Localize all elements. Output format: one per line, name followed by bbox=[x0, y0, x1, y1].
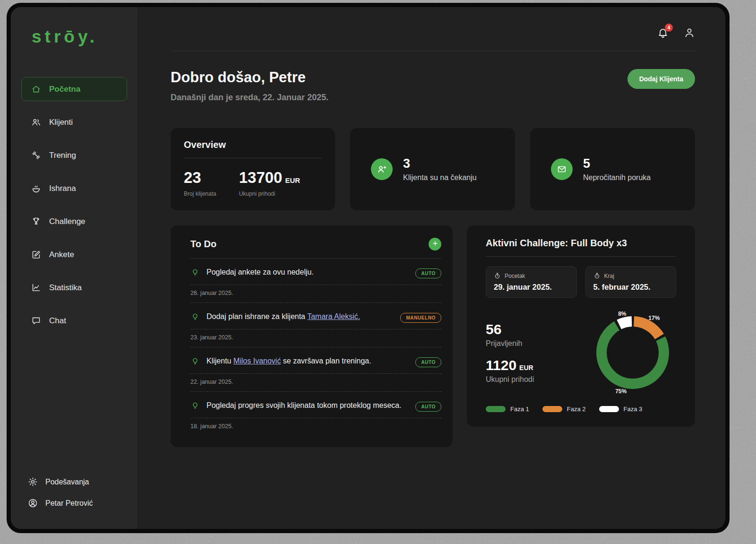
header-divider bbox=[171, 51, 695, 51]
profile-name: Petar Petrović bbox=[45, 499, 93, 508]
users-icon bbox=[31, 117, 41, 127]
todo-date: 23. januar 2025. bbox=[190, 329, 441, 347]
overview-title: Overview bbox=[184, 139, 322, 150]
sidebar: strōy. Početna Klijenti Trening bbox=[11, 7, 137, 529]
start-date: 29. januar 2025. bbox=[494, 283, 569, 292]
trophy-icon bbox=[31, 216, 41, 226]
challenge-donut: 17%75%8% bbox=[591, 311, 674, 394]
envelope-icon bbox=[551, 158, 573, 180]
sidebar-item-label: Trening bbox=[49, 151, 76, 160]
food-bowl-icon bbox=[31, 183, 41, 193]
todo-text: Pogledaj progres svojih klijenata tokom … bbox=[206, 400, 409, 411]
enrolled-stat: 56 Prijavljenih bbox=[486, 321, 591, 348]
sidebar-item-settings[interactable]: Podešavanja bbox=[28, 477, 120, 487]
legend-label: Faza 2 bbox=[567, 406, 586, 413]
timer-icon bbox=[494, 272, 501, 279]
chart-legend: Faza 1 Faza 2 Faza 3 bbox=[486, 406, 676, 413]
donut-percent-label: 17% bbox=[648, 315, 660, 321]
challenge-revenue: 1120EUR bbox=[486, 357, 591, 373]
lightbulb-icon bbox=[190, 312, 200, 321]
todo-item: Klijentu Milos Ivanović se završava plan… bbox=[190, 347, 441, 392]
sidebar-item-label: Klijenti bbox=[49, 118, 73, 127]
page-title: Dobro došao, Petre bbox=[171, 69, 328, 86]
welcome-section: Dobro došao, Petre Današnji dan je sreda… bbox=[171, 69, 695, 103]
donut-percent-label: 8% bbox=[618, 311, 626, 317]
sidebar-item-ishrana[interactable]: Ishrana bbox=[21, 176, 127, 200]
sidebar-item-label: Ankete bbox=[49, 250, 74, 259]
stats-cards-row: Overview 23 Broj klijenata 13700EUR Ukup… bbox=[171, 128, 695, 210]
lower-section: To Do Pogledaj ankete z bbox=[171, 225, 695, 447]
challenge-start-box: Pocetak 29. januar 2025. bbox=[486, 266, 577, 298]
sidebar-item-label: Challenge bbox=[49, 217, 86, 226]
legend-item: Faza 1 bbox=[486, 406, 529, 413]
end-date: 5. februar 2025. bbox=[593, 283, 669, 292]
sidebar-item-label: Ishrana bbox=[49, 184, 76, 193]
todo-badge: AUTO bbox=[415, 357, 441, 367]
divider bbox=[486, 256, 676, 257]
start-label: Pocetak bbox=[505, 273, 525, 279]
sidebar-item-klijenti[interactable]: Klijenti bbox=[21, 110, 127, 134]
pending-clients-card: 3 Klijenta su na čekanju bbox=[350, 128, 515, 210]
client-link[interactable]: Milos Ivanović bbox=[233, 357, 281, 365]
todo-date: 22. januar 2025. bbox=[190, 374, 441, 391]
sidebar-item-profile[interactable]: Petar Petrović bbox=[28, 498, 120, 508]
client-link[interactable]: Tamara Aleksić. bbox=[307, 312, 360, 320]
app-window: strōy. Početna Klijenti Trening bbox=[7, 3, 730, 533]
sidebar-item-ankete[interactable]: Ankete bbox=[21, 242, 127, 267]
pending-label: Klijenta su na čekanju bbox=[403, 173, 477, 182]
lightbulb-icon bbox=[190, 401, 200, 410]
legend-item: Faza 3 bbox=[599, 406, 643, 413]
todo-badge: MANUELNO bbox=[400, 313, 441, 323]
legend-label: Faza 1 bbox=[510, 406, 529, 413]
sidebar-item-challenge[interactable]: Challenge bbox=[21, 209, 127, 233]
notification-badge: 4 bbox=[665, 24, 673, 32]
todo-date: 26. januar 2025. bbox=[190, 285, 441, 302]
add-client-button[interactable]: Dodaj Klijenta bbox=[627, 69, 695, 89]
challenge-end-box: Kraj 5. februar 2025. bbox=[585, 266, 677, 298]
sidebar-item-label: Početna bbox=[49, 85, 80, 94]
gear-icon bbox=[28, 477, 38, 487]
currency-label: EUR bbox=[285, 176, 300, 184]
end-label: Kraj bbox=[604, 273, 614, 279]
todo-badge: AUTO bbox=[415, 268, 441, 278]
enrolled-count: 56 bbox=[486, 321, 591, 337]
plus-icon bbox=[432, 240, 438, 248]
challenge-revenue-label: Ukupni prihodi bbox=[486, 375, 591, 384]
main-content: 4 Dobro došao, Petre Današnji dan je sre… bbox=[137, 7, 725, 529]
todo-card: To Do Pogledaj ankete z bbox=[171, 225, 453, 447]
todo-text: Dodaj plan ishrane za klijenta Tamara Al… bbox=[206, 311, 394, 322]
divider bbox=[184, 158, 322, 158]
sidebar-item-chat[interactable]: Chat bbox=[21, 309, 127, 333]
unread-messages-card: 5 Nepročitanih poruka bbox=[530, 128, 695, 210]
todo-date: 18. januar 2025. bbox=[190, 418, 441, 436]
profile-button[interactable] bbox=[684, 27, 695, 40]
home-icon bbox=[31, 84, 41, 94]
donut-percent-label: 75% bbox=[615, 388, 627, 395]
chat-bubble-icon bbox=[31, 316, 41, 326]
legend-swatch-faza2 bbox=[542, 406, 562, 412]
todo-text: Pogledaj ankete za ovu nedelju. bbox=[206, 267, 409, 277]
overview-card: Overview 23 Broj klijenata 13700EUR Ukup… bbox=[171, 128, 335, 210]
legend-label: Faza 3 bbox=[624, 406, 643, 413]
enrolled-label: Prijavljenih bbox=[486, 339, 591, 348]
sidebar-item-statistika[interactable]: Statistika bbox=[21, 276, 127, 300]
chart-line-icon bbox=[31, 283, 41, 293]
dumbbell-icon bbox=[31, 150, 41, 160]
legend-item: Faza 2 bbox=[542, 406, 586, 413]
revenue-label: Ukupni prihodi bbox=[239, 190, 300, 197]
todo-item: Pogledaj progres svojih klijenata tokom … bbox=[190, 392, 441, 436]
user-icon bbox=[684, 27, 695, 40]
timer-icon bbox=[593, 272, 601, 279]
add-todo-button[interactable] bbox=[429, 238, 441, 250]
sidebar-item-pocetna[interactable]: Početna bbox=[21, 77, 127, 101]
sidebar-item-trening[interactable]: Trening bbox=[21, 143, 127, 167]
clients-label: Broj klijenata bbox=[184, 190, 216, 197]
notifications-button[interactable]: 4 bbox=[657, 27, 669, 40]
todo-item: Pogledaj ankete za ovu nedelju. AUTO 26.… bbox=[190, 259, 441, 303]
challenge-card: Aktivni Challenge: Full Body x3 Pocetak … bbox=[467, 225, 695, 427]
todo-title: To Do bbox=[190, 239, 216, 250]
sidebar-item-label: Chat bbox=[49, 316, 66, 326]
unread-count: 5 bbox=[583, 156, 651, 171]
pending-count: 3 bbox=[403, 156, 477, 171]
clients-stat: 23 Broj klijenata bbox=[184, 169, 216, 197]
